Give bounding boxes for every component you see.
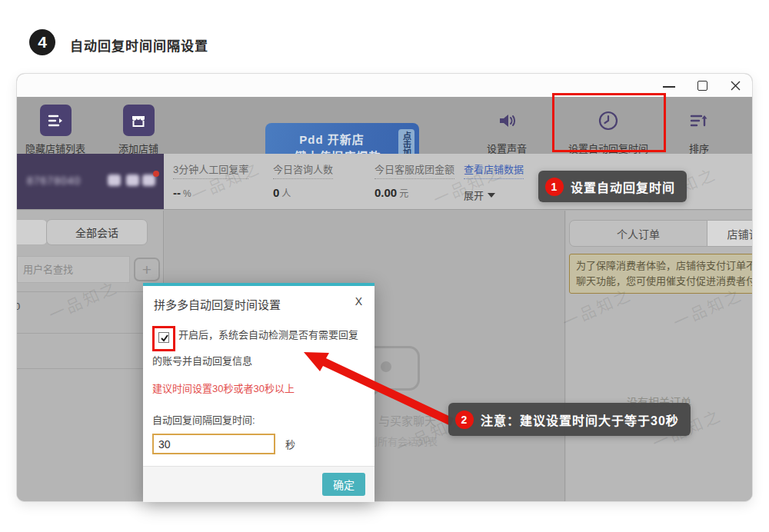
account-icon (108, 175, 121, 186)
minimize-icon (663, 86, 675, 88)
toolbar-sort[interactable]: 排序 (677, 105, 721, 155)
username-search-input[interactable] (17, 256, 130, 283)
sort-icon (689, 105, 709, 136)
interval-label: 自动回复间隔回复时间: (152, 412, 365, 427)
maximize-button[interactable] (695, 80, 711, 92)
all-sessions-button[interactable]: 全部会话 (46, 219, 148, 245)
session-count: 0 (17, 301, 20, 312)
stat-group-amount: 今日客服成团金额 0.00元 (375, 161, 454, 199)
chat-hint-text: 与买家聊天 (378, 412, 436, 428)
toolbar-set-sound[interactable]: 设置声音 (480, 105, 534, 155)
view-shop-data-link[interactable]: 查看店铺数据 (464, 161, 524, 179)
confirm-button[interactable]: 确定 (322, 473, 365, 496)
session-list-panel: 全部会话 + 0 (17, 211, 164, 501)
chat-hint-text: 到所有会话列表 (368, 434, 438, 448)
toolbar-hide-shop-list[interactable]: 隐藏店铺列表 (20, 105, 91, 155)
account-id-blurred: 87678040 (27, 175, 81, 187)
session-filter-partial-button[interactable] (17, 219, 48, 245)
tab-personal-orders[interactable]: 个人订单 (569, 220, 707, 247)
interval-unit: 秒 (285, 437, 295, 451)
orders-panel: 个人订单 店铺订单 为了保障消费者体验，店铺待支付订单不再推 聊天功能，您可使用… (566, 211, 752, 501)
annotation-step-2: 2 注意：建议设置时间大于等于30秒 (448, 403, 691, 436)
account-icon (126, 175, 139, 186)
stat-reply-rate: 3分钟人工回复率 --% (173, 161, 248, 199)
dialog-warning-text: 建议时间设置30秒或者30秒以上 (152, 381, 365, 395)
close-button[interactable] (729, 80, 744, 92)
dialog-title: 拼多多自动回复时间设置 (154, 298, 281, 311)
expand-toggle[interactable]: 展开 (464, 188, 524, 202)
chevron-down-icon (488, 193, 495, 198)
step-1-text: 设置自动回复时间 (571, 178, 675, 196)
shop-account-block[interactable]: 87678040 (17, 154, 164, 209)
step-2-badge: 2 (455, 411, 474, 429)
divider (17, 333, 163, 334)
payment-notice: 为了保障消费者体验，店铺待支付订单不再推 聊天功能，您可使用催支付促进消费者付款 (569, 254, 752, 294)
interval-input[interactable] (152, 434, 275, 454)
close-icon (729, 80, 741, 92)
tab-shop-orders[interactable]: 店铺订单 (707, 220, 752, 247)
notification-dot (153, 171, 159, 177)
highlight-box-auto-reply-button (552, 93, 666, 152)
auto-reply-time-dialog: 拼多多自动回复时间设置 X 开启后，系统会自动检测是否有需要回复的账号并自动回复… (143, 283, 375, 502)
step-number-badge: 4 (29, 29, 55, 55)
stat-visitors: 今日咨询人数 0人 (273, 161, 333, 199)
auto-reply-checkbox[interactable] (158, 332, 169, 343)
dialog-close-button[interactable]: X (355, 295, 362, 308)
page: 4 自动回复时间间隔设置 隐藏店铺列表 (0, 0, 769, 532)
highlight-box-checkbox (152, 326, 175, 351)
checkbox-label: 开启后，系统会自动检测是否有需要回复的账号并自动回复信息 (152, 329, 358, 367)
step-1-badge: 1 (545, 178, 564, 196)
divider (17, 291, 163, 292)
maximize-icon (697, 81, 707, 91)
account-icon (142, 175, 155, 186)
step-2-text: 注意：建议设置时间大于等于30秒 (481, 411, 679, 429)
add-session-button[interactable]: + (134, 258, 160, 281)
speaker-icon (496, 105, 518, 136)
shop-icon (123, 105, 155, 136)
page-title: 自动回复时间间隔设置 (70, 35, 208, 55)
minimize-button[interactable] (661, 80, 677, 92)
app-window: 隐藏店铺列表 添加店铺 Pdd 开新店 一键上传旧店爆款 点击加群 (17, 74, 752, 501)
annotation-step-1: 1 设置自动回复时间 (538, 171, 687, 202)
divider (17, 368, 163, 369)
toolbar-add-shop[interactable]: 添加店铺 (114, 105, 163, 155)
hide-list-icon (40, 105, 72, 136)
